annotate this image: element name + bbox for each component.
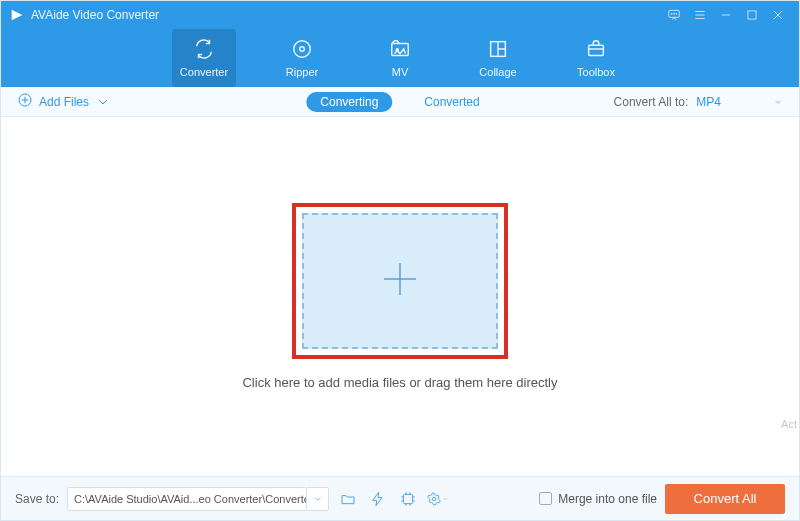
subtab-group: Converting Converted [306,92,493,112]
plus-icon [380,259,420,303]
svg-rect-26 [403,494,412,503]
nav-tab-mv[interactable]: MV [368,29,432,87]
subtab-label: Converting [320,95,378,109]
high-speed-toggle[interactable] [367,488,389,510]
svg-point-35 [432,497,436,501]
subtab-converted[interactable]: Converted [410,92,493,112]
convert-all-value: MP4 [696,95,721,109]
nav-label: Converter [180,66,228,78]
collage-icon [487,38,509,62]
saveto-label: Save to: [15,492,59,506]
svg-point-2 [671,13,672,14]
add-files-label: Add Files [39,95,89,109]
saveto-path-value: C:\AVAide Studio\AVAid...eo Converter\Co… [74,493,307,505]
open-folder-button[interactable] [337,488,359,510]
checkbox-icon [539,492,552,505]
chevron-down-icon [313,494,323,504]
svg-rect-9 [748,11,756,19]
merge-into-one-checkbox[interactable]: Merge into one file [539,492,657,506]
gpu-accel-toggle[interactable] [397,488,419,510]
svg-point-12 [294,41,311,58]
nav-label: Collage [479,66,516,78]
chevron-down-icon [442,495,449,503]
saveto-path-field[interactable]: C:\AVAide Studio\AVAid...eo Converter\Co… [67,487,307,511]
dropzone-highlight-frame [292,203,508,359]
chevron-down-icon [95,94,111,110]
ripper-icon [291,38,313,62]
subtab-label: Converted [424,95,479,109]
subtab-converting[interactable]: Converting [306,92,392,112]
main-nav: Converter Ripper MV Collage Toolbox [1,29,799,87]
convert-all-format-dropdown[interactable]: Convert All to: MP4 [614,95,783,109]
svg-point-13 [300,47,305,52]
watermark-text: Act [781,418,797,430]
mv-icon [389,38,411,62]
titlebar: AVAide Video Converter [1,1,799,29]
app-title: AVAide Video Converter [31,8,159,22]
chevron-down-icon [773,97,783,107]
nav-label: MV [392,66,409,78]
converter-icon [193,38,215,62]
nav-label: Ripper [286,66,318,78]
nav-tab-converter[interactable]: Converter [172,29,236,87]
app-logo-icon [9,7,25,23]
add-files-button[interactable]: Add Files [17,92,111,111]
add-media-dropzone[interactable] [302,213,498,349]
nav-tab-collage[interactable]: Collage [466,29,530,87]
nav-tab-toolbox[interactable]: Toolbox [564,29,628,87]
main-area: Click here to add media files or drag th… [1,117,799,476]
close-button[interactable] [765,2,791,28]
toolbox-icon [585,38,607,62]
convert-all-label: Convert All to: [614,95,689,109]
minimize-button[interactable] [713,2,739,28]
plus-circle-icon [17,92,33,111]
svg-rect-19 [589,45,604,55]
maximize-button[interactable] [739,2,765,28]
menu-icon[interactable] [687,2,713,28]
nav-tab-ripper[interactable]: Ripper [270,29,334,87]
svg-marker-0 [12,10,23,21]
svg-point-4 [676,13,677,14]
toolbar: Add Files Converting Converted Convert A… [1,87,799,117]
merge-label: Merge into one file [558,492,657,506]
saveto-path-dropdown[interactable] [307,487,329,511]
dropzone-hint: Click here to add media files or drag th… [242,375,557,390]
nav-label: Toolbox [577,66,615,78]
bottom-bar: Save to: C:\AVAide Studio\AVAid...eo Con… [1,476,799,520]
feedback-icon[interactable] [661,2,687,28]
convert-all-button-label: Convert All [694,491,757,506]
convert-all-button[interactable]: Convert All [665,484,785,514]
svg-point-3 [674,13,675,14]
settings-button[interactable] [427,488,449,510]
